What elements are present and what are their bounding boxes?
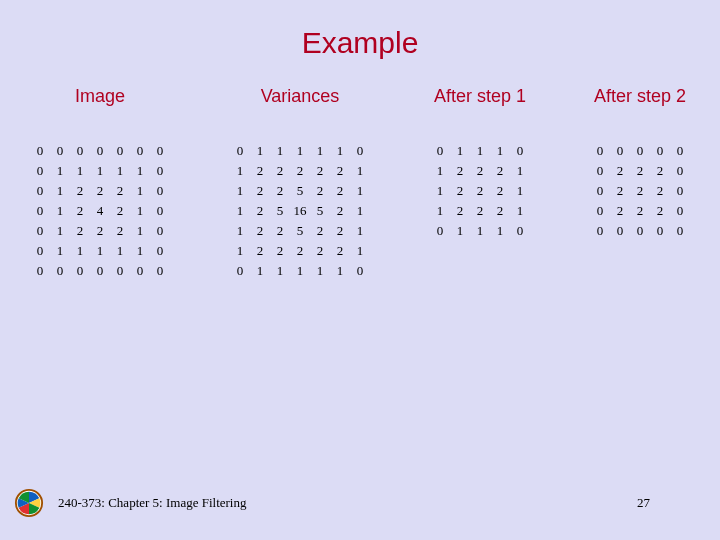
matrix-cell: 0	[670, 161, 690, 181]
matrix-cell: 0	[510, 141, 530, 161]
matrix-cell: 2	[490, 201, 510, 221]
table-row: 0000000	[30, 261, 170, 281]
matrix-cell: 1	[50, 161, 70, 181]
matrix-cell: 0	[230, 261, 250, 281]
matrix-cell: 1	[130, 161, 150, 181]
matrix-cell: 0	[30, 161, 50, 181]
matrix-cell: 1	[50, 201, 70, 221]
column-3: After step 20000002220022200222000000	[590, 86, 690, 281]
matrix-cell: 0	[30, 181, 50, 201]
table-row: 1225221	[230, 181, 370, 201]
matrix-cell: 0	[150, 161, 170, 181]
matrix-cell: 0	[130, 261, 150, 281]
matrix-cell: 1	[430, 181, 450, 201]
matrix-cell: 2	[650, 181, 670, 201]
matrix-cell: 2	[110, 181, 130, 201]
matrix-cell: 0	[430, 221, 450, 241]
matrix-cell: 0	[350, 141, 370, 161]
page-number: 27	[637, 495, 650, 511]
matrix-cell: 0	[670, 181, 690, 201]
matrix-cell: 0	[630, 141, 650, 161]
table-row: 01110	[430, 221, 530, 241]
footer-logo-icon	[14, 488, 44, 518]
matrix-cell: 1	[350, 181, 370, 201]
matrix-cell: 1	[110, 161, 130, 181]
table-row: 12221	[430, 181, 530, 201]
table-row: 0111110	[230, 261, 370, 281]
table-row: 12516521	[230, 201, 370, 221]
matrix-cell: 2	[90, 181, 110, 201]
table-row: 0122210	[30, 221, 170, 241]
matrix-cell: 2	[250, 161, 270, 181]
table-row: 1222221	[230, 241, 370, 261]
matrix-cell: 0	[150, 261, 170, 281]
matrix-cell: 1	[510, 161, 530, 181]
matrix-cell: 1	[230, 201, 250, 221]
matrix-cell: 2	[470, 201, 490, 221]
matrix-cell: 0	[430, 141, 450, 161]
matrix-cell: 1	[270, 141, 290, 161]
matrix-cell: 1	[290, 141, 310, 161]
table-row: 01110	[430, 141, 530, 161]
matrix-cell: 0	[630, 221, 650, 241]
table-row: 1222221	[230, 161, 370, 181]
table-row: 1225221	[230, 221, 370, 241]
matrix-cell: 1	[350, 161, 370, 181]
matrix-cell: 1	[330, 261, 350, 281]
matrix-cell: 1	[50, 181, 70, 201]
matrix-cell: 2	[70, 181, 90, 201]
matrix-cell: 1	[250, 261, 270, 281]
matrix-cell: 1	[270, 261, 290, 281]
matrix-cell: 1	[50, 221, 70, 241]
table-row: 0124210	[30, 201, 170, 221]
matrix-cell: 0	[50, 261, 70, 281]
table-row: 0111110	[230, 141, 370, 161]
matrix-cell: 0	[590, 161, 610, 181]
matrix-cell: 1	[430, 201, 450, 221]
matrix-cell: 1	[230, 221, 250, 241]
matrix-cell: 2	[630, 201, 650, 221]
matrix-cell: 2	[310, 161, 330, 181]
matrix-cell: 1	[430, 161, 450, 181]
matrix-cell: 1	[230, 241, 250, 261]
matrix-table: 0111012221122211222101110	[430, 141, 530, 241]
matrix-cell: 1	[470, 221, 490, 241]
column-2: After step 10111012221122211222101110	[430, 86, 530, 281]
matrix-cell: 0	[70, 141, 90, 161]
matrix-cell: 2	[250, 201, 270, 221]
matrix-cell: 5	[290, 181, 310, 201]
matrix-cell: 2	[270, 181, 290, 201]
matrix-cell: 1	[130, 201, 150, 221]
matrix-cell: 2	[450, 161, 470, 181]
table-row: 0000000	[30, 141, 170, 161]
matrix-cell: 1	[250, 141, 270, 161]
matrix-cell: 0	[30, 261, 50, 281]
matrix-cell: 0	[350, 261, 370, 281]
matrix-cell: 0	[590, 181, 610, 201]
matrix-cell: 2	[330, 181, 350, 201]
matrix-cell: 0	[650, 221, 670, 241]
matrix-cell: 2	[330, 221, 350, 241]
matrix-cell: 5	[270, 201, 290, 221]
matrix-cell: 0	[50, 141, 70, 161]
matrix-cell: 2	[270, 221, 290, 241]
matrix-cell: 0	[30, 201, 50, 221]
matrix-cell: 1	[70, 161, 90, 181]
matrix-cell: 1	[230, 181, 250, 201]
matrix-cell: 1	[70, 241, 90, 261]
matrix-cell: 2	[630, 181, 650, 201]
matrix-cell: 0	[610, 141, 630, 161]
page-title: Example	[0, 0, 720, 86]
matrix-cell: 1	[90, 161, 110, 181]
column-1: Variances0111110122222112252211251652112…	[230, 86, 370, 281]
matrix-cell: 0	[150, 141, 170, 161]
matrix-cell: 1	[110, 241, 130, 261]
matrix-cell: 2	[110, 221, 130, 241]
matrix-cell: 0	[30, 241, 50, 261]
matrix-cell: 1	[350, 241, 370, 261]
matrix-cell: 2	[70, 221, 90, 241]
matrix-cell: 0	[150, 241, 170, 261]
matrix-cell: 1	[90, 241, 110, 261]
matrix-cell: 1	[490, 221, 510, 241]
matrix-cell: 2	[330, 241, 350, 261]
